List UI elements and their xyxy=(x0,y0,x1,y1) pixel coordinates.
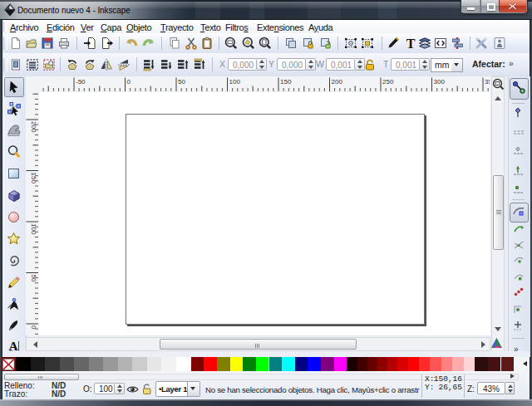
svg-text:150: 150 xyxy=(280,78,292,86)
svg-text:350: 350 xyxy=(485,78,490,86)
svg-text:150: 150 xyxy=(30,173,37,184)
svg-text:250: 250 xyxy=(382,78,394,86)
svg-text:300: 300 xyxy=(434,78,446,86)
svg-text:T: T xyxy=(406,37,416,50)
svg-text:50: 50 xyxy=(30,275,37,282)
svg-text:-50: -50 xyxy=(76,78,86,86)
svg-text:200: 200 xyxy=(30,121,37,133)
svg-text:100: 100 xyxy=(30,223,37,235)
svg-text:50: 50 xyxy=(178,78,185,86)
svg-text:200: 200 xyxy=(332,78,343,86)
svg-text:0: 0 xyxy=(127,78,131,86)
svg-text:100: 100 xyxy=(229,78,241,86)
